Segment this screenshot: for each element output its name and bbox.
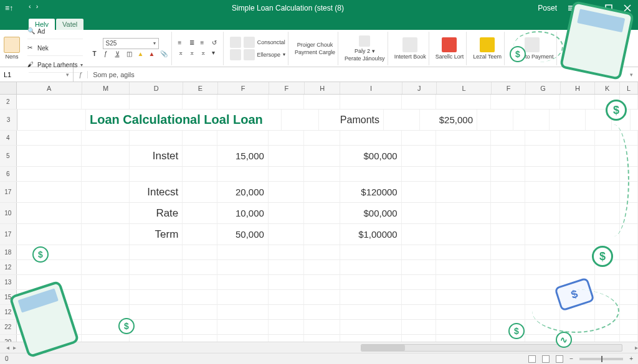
cell[interactable] — [491, 305, 526, 319]
cell[interactable] — [183, 146, 217, 166]
cell[interactable] — [560, 203, 595, 223]
cell[interactable] — [436, 260, 491, 274]
align-center-button[interactable]: ≣ — [189, 39, 198, 48]
font-name-combo[interactable]: S25▾ — [103, 38, 159, 49]
cell[interactable] — [217, 275, 269, 289]
col-header[interactable]: L — [437, 82, 492, 94]
cell[interactable] — [340, 275, 402, 289]
row-header[interactable]: 22 — [0, 320, 17, 334]
loan-value2-cell[interactable]: $00,000 — [340, 203, 402, 223]
cell[interactable] — [491, 95, 526, 109]
cell[interactable] — [269, 203, 304, 223]
col-header[interactable]: J — [402, 82, 437, 94]
cell[interactable] — [304, 335, 340, 342]
cell[interactable] — [620, 320, 638, 334]
cell[interactable] — [269, 260, 304, 274]
cell[interactable] — [269, 335, 304, 342]
cell[interactable] — [82, 260, 129, 274]
hscroll-thumb[interactable] — [361, 345, 405, 351]
cell[interactable] — [525, 203, 560, 223]
cell[interactable] — [620, 224, 638, 245]
row-header[interactable]: 17 — [0, 224, 17, 245]
valign-mid-button[interactable]: ⌅ — [189, 49, 198, 58]
cell[interactable] — [82, 167, 129, 181]
cell[interactable] — [340, 167, 402, 181]
cell[interactable] — [402, 290, 437, 304]
cell[interactable] — [436, 95, 491, 109]
cell[interactable] — [340, 335, 402, 342]
cell[interactable] — [560, 224, 595, 245]
cell[interactable] — [436, 182, 491, 202]
cell[interactable] — [491, 260, 526, 274]
percent-icon[interactable] — [244, 49, 255, 60]
view-break-button[interactable] — [556, 355, 563, 363]
cell[interactable] — [183, 260, 217, 274]
cell[interactable] — [269, 146, 304, 166]
cell[interactable] — [269, 167, 304, 181]
cell[interactable] — [436, 146, 491, 166]
row-header[interactable]: 6 — [0, 167, 17, 181]
cell[interactable] — [340, 260, 402, 274]
cell[interactable] — [82, 131, 129, 145]
cell[interactable] — [560, 146, 595, 166]
select-all-corner[interactable] — [0, 82, 17, 94]
col-header[interactable]: D — [130, 82, 183, 94]
cell[interactable] — [436, 203, 491, 223]
cell[interactable] — [491, 245, 526, 259]
row-header[interactable]: 18 — [0, 245, 17, 259]
cell[interactable] — [183, 245, 217, 259]
align-right-button[interactable]: ≡ — [201, 39, 209, 48]
col-header[interactable]: I — [340, 82, 402, 94]
expand-formula-icon[interactable]: ▾ — [625, 72, 638, 78]
cell[interactable] — [340, 131, 402, 145]
user-name[interactable]: Poset — [538, 4, 557, 12]
cell[interactable] — [620, 245, 638, 259]
cell[interactable] — [130, 335, 183, 342]
zoom-in-button[interactable]: + — [629, 355, 633, 362]
cell[interactable] — [183, 131, 217, 145]
cell[interactable] — [130, 260, 183, 274]
namebox-caret-icon[interactable]: ▾ — [66, 72, 69, 78]
cell[interactable] — [620, 335, 638, 342]
loan-label-cell[interactable]: Rate — [130, 203, 183, 223]
zoom-slider[interactable] — [579, 358, 623, 360]
cell[interactable] — [82, 335, 129, 342]
cell[interactable] — [402, 275, 437, 289]
cell[interactable] — [82, 203, 129, 223]
cell[interactable] — [340, 95, 402, 109]
cell[interactable] — [491, 203, 526, 223]
format-icon[interactable] — [244, 37, 255, 48]
cell[interactable] — [217, 305, 269, 319]
col-header[interactable]: K — [595, 82, 620, 94]
cell[interactable] — [82, 275, 129, 289]
cell[interactable] — [402, 335, 437, 342]
cell[interactable] — [595, 275, 620, 289]
cell[interactable] — [436, 275, 491, 289]
cell[interactable] — [304, 167, 340, 181]
row-header[interactable]: 20 — [0, 335, 17, 342]
cell[interactable] — [477, 110, 513, 130]
cell[interactable] — [304, 182, 340, 202]
cell[interactable] — [304, 290, 340, 304]
col-header[interactable]: E — [183, 82, 217, 94]
loan-title-cell[interactable]: Loan Calculational Loal Loan — [86, 110, 282, 130]
cell[interactable] — [304, 305, 340, 319]
cell[interactable] — [340, 320, 402, 334]
cell[interactable] — [436, 245, 491, 259]
col-header[interactable]: F — [492, 82, 526, 94]
cell[interactable] — [436, 167, 491, 181]
cell[interactable] — [402, 131, 437, 145]
cell[interactable] — [620, 290, 638, 304]
cell[interactable] — [402, 182, 437, 202]
hscroll-right-icon[interactable]: ▸ — [635, 344, 638, 351]
cell[interactable] — [491, 275, 526, 289]
row-header[interactable]: 12 — [0, 260, 17, 274]
cell[interactable] — [402, 305, 437, 319]
cell[interactable] — [525, 131, 560, 145]
cell[interactable] — [217, 167, 269, 181]
row-header[interactable]: 3 — [0, 110, 17, 130]
cell[interactable] — [560, 131, 595, 145]
cell[interactable] — [525, 260, 560, 274]
cell[interactable] — [436, 305, 491, 319]
row-header[interactable]: 10 — [0, 203, 17, 223]
